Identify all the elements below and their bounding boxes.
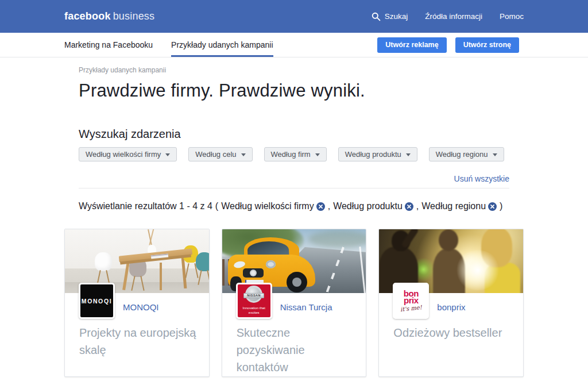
tab-przyklady-udanych-kampanii[interactable]: Przykłady udanych kampanii bbox=[171, 33, 273, 57]
remove-filter-icon[interactable] bbox=[405, 202, 413, 211]
top-navbar: facebookbusiness Szukaj Źródła informacj… bbox=[0, 0, 588, 33]
card-title: Odzieżowy bestseller bbox=[393, 324, 510, 341]
card-title: Projekty na europejską skalę bbox=[79, 324, 196, 359]
subnav-buttons: Utwórz reklamę Utwórz stronę bbox=[377, 37, 524, 53]
logo-brand: facebook bbox=[64, 10, 111, 22]
tab-label: Przykłady udanych kampanii bbox=[171, 40, 273, 49]
nav-item-search[interactable]: Szukaj bbox=[372, 12, 408, 21]
divider bbox=[79, 188, 509, 188]
search-events-heading: Wyszukaj zdarzenia bbox=[79, 128, 509, 141]
clear-all-row: Usuń wszystkie bbox=[79, 174, 509, 184]
caret-down-icon bbox=[315, 153, 320, 156]
brand-link-bonprix[interactable]: bonprix bbox=[437, 302, 465, 312]
bonprix-logo-text: prix bbox=[404, 297, 419, 304]
filter-dropdown-product[interactable]: Według produktu bbox=[338, 147, 417, 161]
paren-close: ) bbox=[500, 201, 502, 211]
nav-label-help: Pomoc bbox=[500, 12, 524, 21]
filter-label: Według celu bbox=[195, 150, 236, 159]
card-monoqi[interactable]: MONOQI MONOQI Projekty na europejską ska… bbox=[64, 229, 210, 377]
caret-down-icon bbox=[493, 153, 497, 156]
bonprix-logo: bon prix it's me! bbox=[393, 283, 429, 319]
card-title: Skuteczne pozyskiwanie kontaktów bbox=[237, 324, 354, 376]
bonprix-tagline: it's me! bbox=[400, 304, 423, 313]
active-filter-chip-product: Według produktu bbox=[333, 201, 413, 211]
facebook-business-logo[interactable]: facebookbusiness bbox=[64, 10, 154, 22]
filter-bar: Według wielkości firmy Według celu Wedłu… bbox=[79, 147, 509, 161]
nav-label-search: Szukaj bbox=[385, 12, 408, 21]
top-nav-links: Szukaj Źródła informacji Pomoc bbox=[372, 12, 524, 21]
results-summary: Wyświetlanie rezultatów 1 - 4 z 4 ( Wedł… bbox=[79, 201, 509, 211]
brand-link-nissan-turcja[interactable]: Nissan Turcja bbox=[280, 302, 332, 312]
chip-separator: , bbox=[328, 201, 330, 211]
remove-filter-icon[interactable] bbox=[488, 202, 497, 211]
tab-marketing-na-facebooku[interactable]: Marketing na Facebooku bbox=[64, 33, 153, 57]
filter-label: Według regionu bbox=[436, 150, 488, 159]
filter-dropdown-company[interactable]: Według firm bbox=[264, 147, 327, 161]
nissan-logo: NISSAN Innovation that excites bbox=[236, 283, 272, 319]
art-shape bbox=[308, 230, 366, 248]
art-shape bbox=[439, 229, 458, 251]
tab-label: Marketing na Facebooku bbox=[64, 40, 153, 49]
filter-dropdown-region[interactable]: Według regionu bbox=[429, 147, 504, 161]
caret-down-icon bbox=[241, 153, 246, 156]
results-showing-text: Wyświetlanie rezultatów 1 - 4 z 4 bbox=[79, 201, 212, 211]
chip-label: Według regionu bbox=[421, 201, 486, 211]
caret-down-icon bbox=[406, 153, 411, 156]
create-ad-button[interactable]: Utwórz reklamę bbox=[377, 37, 446, 53]
active-filter-chip-company-size: Według wielkości firmy bbox=[221, 201, 325, 211]
card-bonprix[interactable]: bon prix it's me! bonprix Odzieżowy best… bbox=[378, 229, 524, 377]
remove-filter-icon[interactable] bbox=[316, 202, 325, 211]
clear-all-link[interactable]: Usuń wszystkie bbox=[454, 174, 509, 183]
chip-label: Według produktu bbox=[333, 201, 403, 211]
filter-dropdown-company-size[interactable]: Według wielkości firmy bbox=[79, 147, 177, 161]
monoqi-logo-text: MONOQI bbox=[82, 298, 112, 305]
filter-label: Według wielkości firmy bbox=[86, 150, 161, 159]
create-page-button[interactable]: Utwórz stronę bbox=[455, 37, 519, 53]
filter-label: Według firm bbox=[271, 150, 311, 159]
breadcrumb[interactable]: Przykłady udanych kampanii bbox=[79, 66, 509, 74]
nissan-tagline: Innovation that excites bbox=[241, 306, 267, 315]
nav-item-help[interactable]: Pomoc bbox=[500, 12, 524, 21]
caret-down-icon bbox=[165, 153, 170, 156]
paren-open: ( bbox=[215, 201, 218, 211]
search-icon bbox=[372, 12, 381, 21]
monoqi-logo: MONOQI bbox=[79, 283, 115, 319]
chip-separator: , bbox=[416, 201, 419, 211]
nissan-logo-text: NISSAN bbox=[247, 294, 261, 297]
brand-link-monoqi[interactable]: MONOQI bbox=[123, 302, 159, 312]
active-filter-chip-region: Według regionu bbox=[421, 201, 497, 211]
filter-dropdown-goal[interactable]: Według celu bbox=[188, 147, 252, 161]
art-shape-sun-flare bbox=[455, 250, 501, 290]
nav-label-resources: Źródła informacji bbox=[425, 12, 482, 21]
art-shape bbox=[160, 263, 162, 290]
secondary-nav: Marketing na Facebooku Przykłady udanych… bbox=[0, 33, 588, 57]
filter-label: Według produktu bbox=[345, 150, 401, 159]
page-title: Prawdziwe firmy. Prawdziwe wyniki. bbox=[79, 80, 509, 101]
card-nissan-turcja[interactable]: NISSAN Innovation that excites Nissan Tu… bbox=[222, 229, 367, 377]
nissan-emblem-icon: NISSAN bbox=[243, 287, 264, 304]
chip-label: Według wielkości firmy bbox=[221, 201, 314, 211]
nav-item-resources[interactable]: Źródła informacji bbox=[425, 12, 482, 21]
subnav-tabs: Marketing na Facebooku Przykłady udanych… bbox=[64, 33, 273, 57]
logo-suffix: business bbox=[113, 10, 155, 22]
main-content: Przykłady udanych kampanii Prawdziwe fir… bbox=[0, 57, 588, 377]
case-study-cards: MONOQI MONOQI Projekty na europejską ska… bbox=[64, 229, 524, 377]
